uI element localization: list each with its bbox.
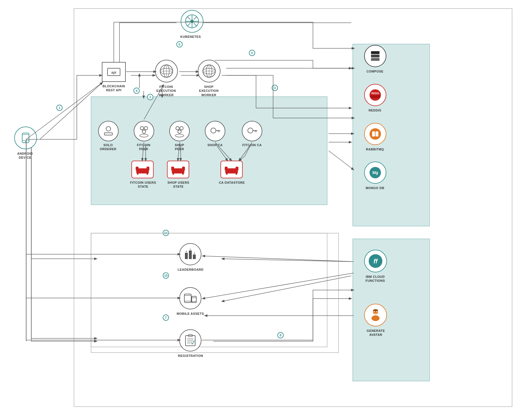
svg-rect-76: [236, 172, 237, 175]
svg-text:REDIS: REDIS: [371, 92, 379, 95]
mongodb-label: MONGO DB: [358, 186, 392, 190]
svg-rect-64: [147, 167, 149, 171]
svg-rect-107: [185, 336, 195, 346]
svg-point-80: [370, 89, 381, 101]
redis-label: REDDIS: [358, 108, 392, 112]
svg-rect-45: [104, 133, 112, 135]
svg-point-46: [140, 127, 144, 130]
svg-line-14: [239, 145, 250, 161]
leaderboard-label: LEADERBOARD: [171, 268, 211, 272]
svg-point-44: [106, 127, 111, 131]
badge-3: 3: [272, 85, 278, 91]
svg-rect-96: [189, 251, 192, 259]
generate-avatar-icon: [364, 304, 387, 326]
shop-state-label: SHOP USERSSTATE: [160, 181, 197, 189]
svg-rect-84: [372, 131, 375, 136]
svg-rect-82: [370, 95, 380, 98]
svg-text:1: 1: [190, 248, 191, 251]
badge-5: 5: [249, 50, 255, 56]
svg-point-31: [25, 142, 26, 142]
badge-7: 7: [163, 315, 169, 321]
svg-text:3: 3: [194, 252, 195, 255]
svg-rect-63: [136, 167, 139, 171]
kubernetes-label: KUBENETES: [174, 35, 208, 39]
badge-4: 4: [133, 88, 140, 94]
svg-line-26: [194, 16, 197, 20]
svg-point-83: [370, 128, 381, 140]
fitcoin-peer-label: FITCOINPEER: [128, 143, 159, 151]
svg-point-47: [144, 127, 148, 130]
ibm-functions-icon: ff: [364, 250, 387, 272]
ca-datastore-label: CA DATASTORE: [214, 181, 250, 185]
badge-6: 6: [176, 41, 183, 47]
svg-text:Mg: Mg: [372, 170, 378, 175]
svg-point-51: [180, 127, 183, 130]
shop-worker-label: SHOPEXECUTIONWORKER: [190, 85, 227, 97]
fitcoin-ca-icon: [242, 121, 262, 141]
fitcoin-ca-label: FITCOIN CA: [237, 143, 267, 147]
compose-icon: [364, 45, 386, 67]
svg-rect-69: [182, 167, 185, 171]
shop-worker-icon: [198, 60, 220, 82]
svg-point-94: [373, 309, 378, 311]
svg-line-16: [222, 259, 351, 262]
svg-rect-4: [91, 233, 327, 347]
registration-icon: [179, 329, 201, 351]
svg-rect-75: [226, 172, 228, 175]
fitcoin-worker-label: FITCOINEXECUTIONWORKER: [148, 85, 185, 97]
badge-2: 2: [147, 94, 153, 100]
mobile-assets-icon: [179, 287, 201, 309]
svg-rect-68: [171, 167, 174, 171]
compose-label: COMPOSE: [358, 69, 392, 73]
fitcoin-state-icon: [131, 161, 154, 178]
svg-rect-85: [376, 131, 378, 136]
svg-rect-78: [371, 55, 380, 57]
svg-line-124: [203, 273, 354, 299]
generate-avatar-label: GENERATEAVATAR: [358, 329, 394, 337]
fitcoin-peer-icon: [134, 121, 154, 141]
badge-1: 1: [56, 105, 63, 111]
kubernetes-icon: [181, 10, 203, 33]
svg-line-123: [203, 256, 354, 262]
svg-point-48: [142, 130, 146, 133]
svg-rect-65: [137, 172, 139, 175]
svg-line-17: [222, 276, 351, 301]
svg-rect-95: [185, 253, 188, 259]
svg-rect-73: [225, 167, 228, 171]
badge-8: 8: [277, 332, 284, 338]
fitcoin-state-label: FITCOIN USERSSTATE: [125, 181, 162, 189]
svg-text:api: api: [111, 71, 116, 75]
svg-rect-66: [147, 172, 148, 175]
android-icon: [14, 127, 37, 149]
svg-rect-77: [371, 51, 380, 54]
registration-label: REGISTRATION: [170, 354, 211, 358]
svg-rect-0: [74, 9, 512, 407]
shop-ca-label: SHOP CA: [201, 143, 229, 147]
svg-rect-112: [91, 233, 339, 353]
ibm-functions-label: IBM CLOUDFUNCTIONS: [357, 275, 393, 283]
svg-rect-74: [236, 167, 238, 171]
svg-point-49: [140, 134, 148, 137]
svg-line-114: [26, 82, 102, 139]
solo-orderer-label: SOLOORDERER: [93, 143, 123, 151]
svg-line-13: [216, 145, 228, 161]
mobile-assets-label: MOBILE ASSETS: [170, 312, 211, 316]
shop-peer-icon: [169, 121, 190, 141]
svg-point-58: [248, 128, 253, 133]
ca-datastore-icon: [220, 161, 243, 178]
svg-line-27: [187, 23, 190, 26]
shop-peer-label: SHOPPEER: [164, 143, 195, 151]
blockchain-api-label: BLOCKCHAINREST API: [94, 84, 134, 92]
solo-orderer-icon: [98, 121, 119, 141]
svg-line-119: [329, 151, 354, 170]
rabbitmq-label: RABBITMQ: [358, 147, 392, 151]
android-label: ANDROID DEVICE: [8, 152, 42, 160]
svg-point-54: [211, 128, 216, 133]
svg-point-91: [372, 315, 380, 321]
svg-point-19: [190, 20, 194, 23]
mongodb-icon: Mg: [364, 162, 386, 184]
shop-ca-icon: [205, 121, 225, 141]
rabbitmq-icon: [364, 123, 386, 145]
svg-point-52: [178, 130, 181, 133]
shop-state-icon: [167, 161, 189, 178]
